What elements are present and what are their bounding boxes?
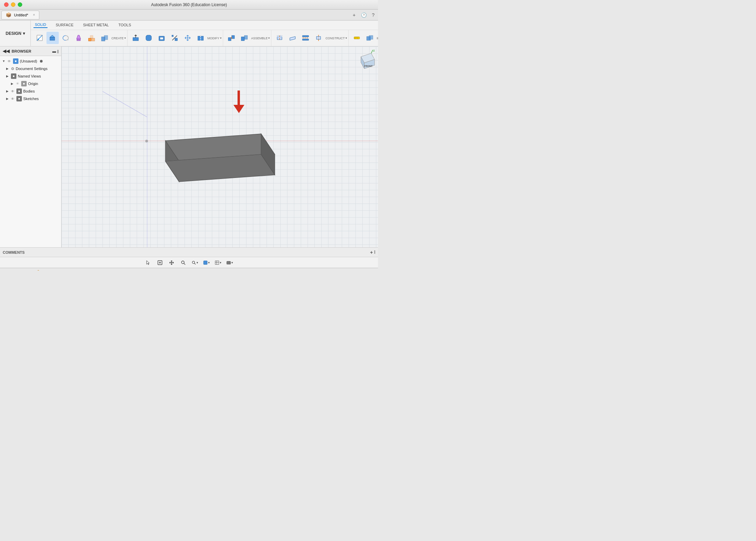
axis-button[interactable] (312, 32, 325, 44)
fit-screen-button[interactable] (156, 258, 164, 267)
loft-button[interactable] (72, 32, 85, 44)
construct-group: CONSTRUCT ▾ (272, 30, 349, 46)
tree-folder-root: ■ (13, 58, 18, 64)
press-pull-button[interactable] (130, 32, 142, 44)
split-face-button[interactable] (194, 32, 207, 44)
tree-arrow-sketches: ▶ (5, 96, 10, 101)
recents-button[interactable]: 🕐 (360, 12, 367, 18)
scale-button[interactable] (168, 32, 181, 44)
display-mode-button[interactable]: ▾ (202, 258, 211, 267)
active-tab[interactable]: 📦 Untitled* × (1, 11, 39, 19)
pan-button[interactable] (167, 258, 176, 267)
modify-group: MODIFY ▾ (128, 30, 223, 46)
move-button[interactable] (181, 32, 194, 44)
view-cube[interactable]: FRONT Z (354, 50, 375, 74)
midplane-button[interactable] (299, 32, 312, 44)
tree-item-bodies[interactable]: ▶ 👁 ■ Bodies (0, 87, 61, 95)
sketch-mode-button[interactable] (3, 270, 11, 271)
window-controls (4, 2, 22, 7)
tab-surface[interactable]: SURFACE (54, 22, 75, 28)
measure-button[interactable] (351, 32, 363, 44)
tree-item-doc-settings[interactable]: ▶ ⚙ Document Settings (0, 65, 61, 72)
tree-item-sketches[interactable]: ▶ 👁 ■ Sketches (0, 95, 61, 102)
zoom-extend-button[interactable]: ▾ (190, 258, 199, 267)
tab-sheet-metal[interactable]: SHEET METAL (82, 22, 110, 28)
offset-plane-button[interactable] (273, 32, 286, 44)
tree-label-bodies: Bodies (23, 89, 35, 93)
design-menu-button[interactable]: DESIGN ▾ (0, 20, 31, 46)
extrude-button[interactable] (46, 32, 59, 44)
svg-point-57 (181, 261, 184, 264)
grid-button[interactable]: ▾ (214, 258, 222, 267)
maximize-button[interactable] (18, 2, 22, 7)
angle-plane-button[interactable] (286, 32, 299, 44)
shell-button[interactable] (156, 32, 168, 44)
interference-button[interactable] (364, 32, 376, 44)
comments-label: COMMENTS (3, 250, 25, 254)
motion-button[interactable] (238, 32, 251, 44)
toolbar-groups: CREATE ▾ (31, 30, 378, 46)
add-comment-button[interactable]: + (370, 250, 373, 255)
comments-collapse-button[interactable]: | (374, 250, 375, 255)
new-tab-button[interactable]: + (351, 12, 357, 18)
play-button[interactable]: ▶ (66, 270, 75, 271)
assemble-arrow-icon: ▾ (268, 37, 270, 40)
render-mode-button[interactable] (22, 270, 30, 271)
tree-item-named-views[interactable]: ▶ ■ Named Views (0, 72, 61, 80)
create-arrow-icon: ▾ (124, 37, 126, 40)
skip-end-button[interactable]: ⏭ (87, 270, 95, 271)
tab-tools[interactable]: TOOLS (117, 22, 132, 28)
modify-label: MODIFY (207, 37, 219, 40)
tree-eye-bodies[interactable]: 👁 (10, 89, 15, 94)
create-label-area: CREATE ▾ (111, 36, 126, 40)
modify-arrow-icon: ▾ (220, 37, 221, 40)
tree-record-icon: ⏺ (39, 59, 43, 64)
inspect-label: INSPECT (377, 37, 378, 40)
main-layout: ◀◀ BROWSER ▬ | ▼ 👁 ■ (Unsaved) ⏺ ▶ ⚙ Doc… (0, 46, 378, 247)
tab-bar-actions: + 🕐 ? (351, 12, 377, 18)
title-bar: Autodesk Fusion 360 (Education License) (0, 0, 378, 10)
browser-resize-icon[interactable]: | (57, 49, 58, 53)
tree-eye-root[interactable]: 👁 (7, 59, 12, 64)
svg-text:Z: Z (373, 50, 375, 52)
svg-rect-13 (133, 38, 138, 41)
minimize-button[interactable] (11, 2, 15, 7)
help-button[interactable]: ? (370, 12, 377, 18)
svg-rect-23 (232, 36, 234, 39)
tree-label-sketches: Sketches (23, 97, 39, 101)
settings-right: ⚙ (367, 270, 375, 271)
tree-eye-sketches[interactable]: 👁 (10, 96, 15, 101)
svg-point-59 (192, 261, 195, 263)
animation-cursor-button[interactable] (31, 270, 40, 271)
toolbar-tabs: SOLID SURFACE SHEET METAL TOOLS (31, 20, 378, 46)
browser-collapse-button[interactable]: ◀◀ (3, 48, 10, 54)
prev-frame-button[interactable]: ◀ (56, 270, 64, 271)
svg-rect-18 (175, 38, 177, 41)
joint-button[interactable] (225, 32, 238, 44)
timeline-settings-button[interactable]: ⚙ (367, 270, 375, 271)
revolve-button[interactable] (59, 32, 72, 44)
combine-button[interactable] (98, 32, 111, 44)
arrow-shaft (238, 91, 240, 105)
skip-start-button[interactable]: ⏮ (46, 270, 54, 271)
svg-rect-26 (244, 36, 247, 39)
browser-settings-icon[interactable]: ▬ (52, 49, 56, 53)
cursor-tool-button[interactable] (144, 258, 153, 267)
visibility-button[interactable]: ▾ (225, 258, 234, 267)
zoom-window-button[interactable] (179, 258, 188, 267)
close-button[interactable] (4, 2, 9, 7)
sheet-mode-button[interactable] (12, 270, 21, 271)
construct-label: CONSTRUCT (325, 37, 345, 40)
fillet-button[interactable] (143, 32, 155, 44)
viewport[interactable]: FRONT Z (62, 46, 378, 247)
tree-item-root[interactable]: ▼ 👁 ■ (Unsaved) ⏺ (0, 57, 61, 65)
tab-solid[interactable]: SOLID (33, 22, 48, 28)
tree-eye-origin[interactable]: 👁 (15, 81, 20, 86)
tab-close-button[interactable]: × (33, 13, 35, 17)
pattern-button[interactable] (85, 32, 98, 44)
next-frame-button[interactable]: ▶ (77, 270, 85, 271)
svg-rect-25 (241, 37, 244, 41)
create-sketch-button[interactable] (33, 32, 46, 44)
tree-label-doc-settings: Document Settings (16, 67, 48, 71)
tree-item-origin[interactable]: ▶ 👁 ■ Origin (0, 80, 61, 87)
